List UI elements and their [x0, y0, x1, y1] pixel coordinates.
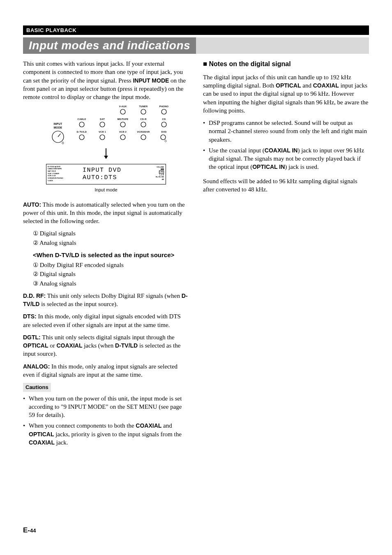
svg-point-13: [161, 135, 166, 140]
page-number: E-44: [23, 526, 36, 534]
notes-p1: The digital input jacks of this unit can…: [203, 73, 369, 115]
right-column: ■ Notes on the digital signal The digita…: [203, 60, 369, 449]
caution-item: When you turn on the power of this unit,…: [23, 394, 189, 419]
svg-marker-15: [104, 156, 108, 159]
analog-paragraph: ANALOG: In this mode, only analog input …: [23, 362, 189, 379]
auto-list: ① Digital signals ② Analog signals: [33, 229, 189, 247]
dts-paragraph: DTS: In this mode, only digital input si…: [23, 312, 189, 329]
svg-point-12: [141, 135, 146, 140]
svg-point-5: [100, 122, 105, 127]
diagram: INPUT MODE V-AUX TUNER PHONO: [40, 105, 172, 193]
svg-point-9: [79, 135, 84, 140]
svg-point-10: [100, 135, 105, 140]
svg-point-6: [120, 122, 125, 127]
svg-point-8: [161, 122, 166, 127]
lcd-caption: Input mode: [40, 187, 172, 193]
input-mode-dial: INPUT MODE: [49, 122, 67, 145]
caution-item: When you connect components to both the …: [23, 421, 189, 447]
page: BASIC PLAYBACK Input modes and indicatio…: [0, 0, 392, 555]
section-title-bar: Input modes and indications: [23, 37, 369, 54]
svg-point-7: [141, 122, 146, 127]
dgtl-paragraph: DGTL: This unit only selects digital sig…: [23, 333, 189, 358]
dial-icon: [51, 129, 65, 144]
cautions-label: Cautions: [23, 383, 51, 392]
notes-p2: Sound effects will be added to 96 kHz sa…: [203, 177, 369, 194]
lcd-left-labels: D-TV/LD ▶ DVD CABLE MD/TAPE SAT CD-R VCR…: [48, 166, 63, 182]
auto-paragraph: AUTO: This mode is automatically selecte…: [23, 200, 189, 226]
notes-bullet: DSP programs cannot be selected. Sound w…: [203, 119, 369, 144]
lcd-readout: INPUT DVD AUTO:DTS: [83, 167, 122, 182]
svg-point-11: [120, 135, 125, 140]
notes-heading: ■ Notes on the digital signal: [203, 60, 369, 69]
svg-point-4: [79, 122, 84, 127]
notes-bullets: DSP programs cannot be selected. Sound w…: [203, 119, 369, 171]
down-arrow-icon: [40, 148, 172, 161]
svg-point-2: [141, 109, 146, 114]
left-column: This unit comes with various input jacks…: [23, 60, 189, 449]
when-list: ① Dolby Digital RF encoded signals ② Dig…: [33, 261, 189, 288]
source-button-grid: V-AUX TUNER PHONO CABLE SAT MD/TAPE CD-R…: [74, 105, 172, 144]
lcd-right-labels: VOLUME ▮▮▮▮ LFE L C R RL RC RR dB: [156, 166, 164, 181]
when-heading: <When D-TV/LD is selected as the input s…: [33, 251, 189, 259]
breadcrumb: BASIC PLAYBACK: [23, 25, 369, 35]
section-title: Input modes and indications: [23, 37, 196, 54]
cautions-list: When you turn on the power of this unit,…: [23, 394, 189, 447]
svg-point-3: [161, 109, 166, 114]
svg-point-1: [120, 109, 125, 114]
intro-paragraph: This unit comes with various input jacks…: [23, 60, 189, 101]
notes-bullet: Use the coaxial input (COAXIAL IN) jack …: [203, 146, 369, 171]
lcd-display: D-TV/LD ▶ DVD CABLE MD/TAPE SAT CD-R VCR…: [46, 164, 166, 184]
ddrf-paragraph: D.D. RF: This unit only selects Dolby Di…: [23, 292, 189, 309]
